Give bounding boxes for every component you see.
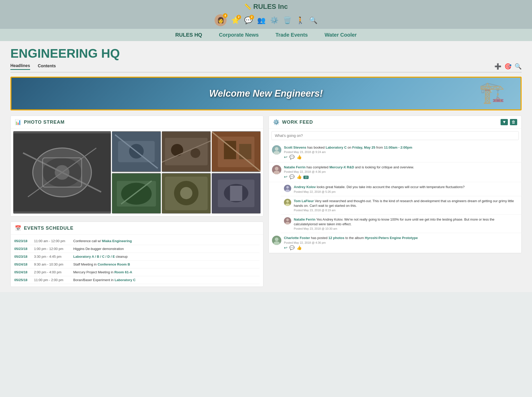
event-desc: Laboratory A / B / C / D / E cleanup (73, 255, 260, 259)
right-column: ⚙️ WORK FEED ▼ 🗑 (269, 116, 522, 287)
photo-stream-icon: 📊 (15, 119, 21, 125)
event-date: 05/23/18 (14, 255, 32, 259)
calendar-icon: 📅 (15, 225, 21, 231)
toolbar: 👩 4 ⭐ 2 💬 2 👥 ⚙️ 🗑️ 🚶 🔍 (0, 12, 532, 29)
event-desc: Higgins De-bugger demonstration (73, 247, 260, 251)
feed-replies: Andrey Kolov looks great Natalie. Did yo… (281, 182, 521, 233)
event-row: 05/25/18 11:00 pm - 2:00 pm Boran/Baser … (14, 276, 260, 284)
search-tab-icon[interactable]: 🔍 (515, 63, 522, 70)
tom-avatar (284, 199, 291, 206)
feed-post-2-meta: Posted May 22, 2018 @ 4:36 pm (284, 170, 518, 173)
like-icon[interactable]: 👍 10 (297, 174, 309, 179)
reply-2-text: Tom LaFleur Very well researched and tho… (294, 199, 518, 208)
feed-reply-2: Tom LaFleur Very well researched and tho… (281, 196, 521, 215)
site-logo: 📏 RULES Inc (0, 3, 532, 11)
event-time: 1:00 pm - 12:00 pm (34, 247, 72, 251)
photo-thumb-6[interactable] (212, 173, 261, 214)
nav-rules-hq[interactable]: RULES HQ (175, 32, 202, 38)
svg-rect-32 (230, 186, 242, 201)
trash-icon[interactable]: 🗑️ (283, 16, 291, 24)
svg-point-34 (275, 147, 278, 151)
two-column-layout: 📊 PHOTO STREAM (10, 116, 522, 287)
event-time: 11:00 pm - 2:00 pm (34, 278, 72, 282)
comment-icon[interactable]: 💬 (289, 245, 295, 250)
event-date: 05/25/18 (14, 278, 32, 282)
event-date: 05/24/18 (14, 262, 32, 266)
crane-decoration: 🏗️ (479, 80, 505, 105)
svg-point-40 (286, 186, 289, 189)
feed-post-2: Natalie Ferrin has completed Mercury-X R… (269, 162, 521, 182)
nav-water-cooler[interactable]: Water Cooler (324, 32, 357, 38)
photo-thumb-4[interactable] (112, 173, 161, 214)
add-icon[interactable]: ➕ (494, 63, 501, 70)
people-icon[interactable]: 👥 (257, 16, 265, 24)
event-row: 05/23/18 1:00 pm - 12:00 pm Higgins De-b… (14, 245, 260, 253)
nav-corporate-news[interactable]: Corporate News (219, 32, 259, 38)
event-time: 11:00 am - 12:00 pm (34, 239, 72, 243)
photo-stream-title: PHOTO STREAM (24, 120, 65, 125)
scott-avatar (272, 145, 281, 155)
refresh-icon[interactable]: ↩ (284, 174, 287, 179)
event-desc: Mercury Project Meeting in Room 61-A (73, 270, 260, 274)
feed-reply-1: Andrey Kolov looks great Natalie. Did yo… (281, 182, 521, 196)
reply-1-meta: Posted May 22, 2018 @ 5:26 pm (294, 190, 518, 193)
filter-icon[interactable]: ▼ (501, 119, 508, 125)
photo-post-meta: Posted May 22, 2018 @ 4:36 pm (284, 241, 518, 244)
main-nav: RULES HQ Corporate News Trade Events Wat… (0, 29, 532, 41)
work-feed-input-wrap (271, 131, 519, 140)
photo-main[interactable] (13, 131, 111, 214)
reply-1-text: Andrey Kolov looks great Natalie. Did yo… (294, 185, 518, 189)
svg-point-37 (275, 167, 278, 170)
feed-reply-3: Natalie Ferrin Yes Andrey Kolov. We're n… (281, 215, 521, 233)
left-column: 📊 PHOTO STREAM (10, 116, 263, 287)
search-icon[interactable]: 🔍 (309, 16, 317, 24)
comment-icon[interactable]: 💬 (289, 174, 295, 179)
event-time: 2:00 pm - 4:00 pm (34, 270, 72, 274)
banner-text: Welcome New Engineers! (209, 88, 323, 99)
svg-point-46 (286, 219, 289, 221)
target-icon[interactable]: 🎯 (504, 63, 511, 70)
like-icon[interactable]: 👍 (297, 245, 302, 250)
refresh-icon[interactable]: ↩ (284, 245, 287, 250)
star-badge: 2 (236, 15, 241, 19)
ruler-icon: 📏 (244, 3, 251, 10)
page-tabs: Headlines Contents ➕ 🎯 🔍 (10, 63, 522, 72)
nav-trade-events[interactable]: Trade Events (275, 32, 308, 38)
photo-post-actions: ↩ 💬 👍 (284, 245, 518, 250)
page-title: ENGINEERING HQ (10, 46, 522, 61)
trash-feed-icon[interactable]: 🗑 (510, 119, 517, 125)
avatar-wrap[interactable]: 👩 4 (215, 14, 227, 26)
photo-thumb-5[interactable] (162, 173, 211, 214)
chat-icon[interactable]: 💬 2 (244, 16, 252, 24)
feed-post-2-text: Natalie Ferrin has completed Mercury-X R… (284, 165, 518, 170)
work-feed-actions: ▼ 🗑 (501, 119, 517, 125)
work-feed-input[interactable] (271, 131, 519, 140)
favorites-icon[interactable]: ⭐ 2 (231, 16, 240, 24)
feed-post-1-actions: ↩ 💬 👍 (284, 155, 518, 160)
tab-headlines[interactable]: Headlines (10, 63, 30, 70)
photo-thumb-2[interactable] (162, 131, 211, 172)
reply-3-content: Natalie Ferrin Yes Andrey Kolov. We're n… (294, 217, 518, 230)
photo-thumb-1[interactable] (112, 131, 161, 172)
site-title: RULES Inc (253, 3, 288, 11)
event-row: 05/24/18 9:30 am - 10:30 pm Staff Meetin… (14, 261, 260, 268)
charlotte-avatar (272, 236, 281, 245)
reply-2-content: Tom LaFleur Very well researched and tho… (294, 199, 518, 212)
event-row: 05/23/18 11:00 am - 12:00 pm Conference … (14, 237, 260, 245)
refresh-icon[interactable]: ↩ (284, 155, 287, 160)
svg-point-43 (286, 200, 289, 203)
photo-thumb-3[interactable] (212, 131, 261, 172)
tab-contents[interactable]: Contents (38, 64, 56, 69)
reply-1-content: Andrey Kolov looks great Natalie. Did yo… (294, 185, 518, 193)
settings-icon[interactable]: ⚙️ (270, 16, 278, 24)
feed-post-1-meta: Posted May 23, 2018 @ 9:24 am (284, 150, 518, 154)
event-desc: Conference call w/ Miaka Engineering (73, 239, 260, 243)
event-row: 05/23/18 3:30 pm - 4:45 pm Laboratory A … (14, 253, 260, 261)
photo-stream-header: 📊 PHOTO STREAM (11, 116, 263, 129)
svg-point-23 (121, 183, 152, 205)
like-icon[interactable]: 👍 (297, 155, 302, 160)
walking-icon[interactable]: 🚶 (296, 16, 304, 24)
comment-icon[interactable]: 💬 (289, 155, 295, 160)
work-feed-title: WORK FEED (282, 120, 313, 125)
event-row: 05/24/18 2:00 pm - 4:00 pm Mercury Proje… (14, 268, 260, 276)
